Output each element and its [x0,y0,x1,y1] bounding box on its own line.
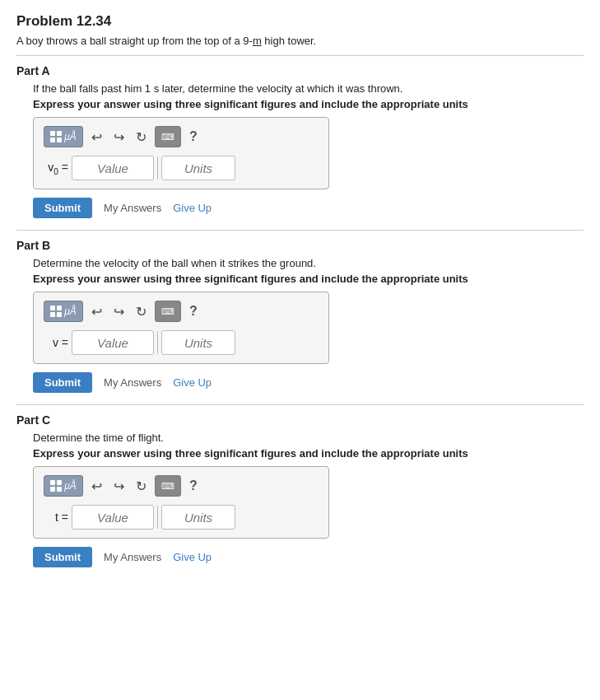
part-c-give-up[interactable]: Give Up [173,551,212,563]
part-b-section: Part B Determine the velocity of the bal… [16,239,584,393]
part-c-var-label: t = [44,511,68,524]
part-b-var-label: v = [44,336,68,349]
part-a-input-divider [157,156,158,180]
part-c-toolbar: μÅ ↩ ↪ ↻ ⌨ ? [44,475,319,497]
part-b-action-row: Submit My Answers Give Up [33,372,584,393]
part-a-section: Part A If the ball falls past him 1 s la… [16,64,584,218]
part-c-instruction: Express your answer using three signific… [33,447,584,460]
part-c-action-row: Submit My Answers Give Up [33,547,584,567]
part-a-input-row: v0 = [44,156,319,180]
part-a-question: If the ball falls past him 1 s later, de… [33,82,584,95]
part-b-submit-button[interactable]: Submit [33,372,92,393]
part-b-my-answers[interactable]: My Answers [104,376,161,389]
part-a-redo-button[interactable]: ↪ [110,127,128,147]
part-b-mu-label: μÅ [64,306,77,317]
part-c-my-answers[interactable]: My Answers [104,551,161,563]
part-a-action-row: Submit My Answers Give Up [33,198,584,218]
part-c-grid-button[interactable]: μÅ [44,475,83,497]
part-c-undo-button[interactable]: ↩ [88,476,105,497]
part-c-answer-box: μÅ ↩ ↪ ↻ ⌨ ? t = [33,466,329,539]
part-c-submit-button[interactable]: Submit [33,547,92,567]
part-a-answer-box: μÅ ↩ ↪ ↻ ⌨ ? v0 = [33,117,329,189]
part-a-value-input[interactable] [72,156,154,180]
section-divider-ab [16,230,584,231]
part-a-instruction: Express your answer using three signific… [33,98,584,110]
part-a-mu-label: μÅ [64,131,77,142]
part-b-label: Part B [16,239,584,252]
part-a-keyboard-button[interactable]: ⌨ [155,126,181,147]
part-b-undo-button[interactable]: ↩ [88,301,105,322]
part-b-instruction: Express your answer using three signific… [33,273,584,285]
part-b-input-divider [157,331,158,354]
problem-title: Problem 12.34 [16,13,584,30]
part-b-help-button[interactable]: ? [186,301,201,321]
part-c-help-button[interactable]: ? [186,476,201,496]
part-a-toolbar: μÅ ↩ ↪ ↻ ⌨ ? [44,126,319,147]
part-b-units-input[interactable] [161,330,235,355]
part-b-redo-button[interactable]: ↪ [110,301,128,322]
part-b-input-row: v = [44,330,319,355]
part-b-toolbar: μÅ ↩ ↪ ↻ ⌨ ? [44,301,319,322]
part-a-help-button[interactable]: ? [186,127,201,147]
part-a-var-label: v0 = [44,161,68,176]
part-b-value-input[interactable] [72,330,154,355]
problem-description: A boy throws a ball straight up from the… [16,35,584,47]
part-b-refresh-button[interactable]: ↻ [133,301,150,322]
part-c-label: Part C [16,413,584,427]
part-b-grid-button[interactable]: μÅ [44,301,83,322]
part-c-section: Part C Determine the time of flight. Exp… [16,413,584,567]
part-a-my-answers[interactable]: My Answers [104,202,161,214]
part-c-redo-button[interactable]: ↪ [110,476,128,497]
section-divider-top [16,55,584,56]
part-c-question: Determine the time of flight. [33,432,584,444]
part-a-label: Part A [16,64,584,77]
part-a-undo-button[interactable]: ↩ [88,127,105,147]
part-c-units-input[interactable] [161,505,235,530]
part-c-keyboard-button[interactable]: ⌨ [155,475,181,497]
part-c-refresh-button[interactable]: ↻ [133,476,150,497]
section-divider-bc [16,404,584,405]
part-c-mu-label: μÅ [64,480,77,492]
part-a-submit-button[interactable]: Submit [33,198,92,218]
part-a-give-up[interactable]: Give Up [173,202,212,214]
part-c-value-input[interactable] [72,505,154,530]
part-b-answer-box: μÅ ↩ ↪ ↻ ⌨ ? v = [33,292,329,364]
part-a-units-input[interactable] [161,156,235,180]
part-c-input-row: t = [44,505,319,530]
part-a-grid-button[interactable]: μÅ [44,126,83,147]
part-b-keyboard-button[interactable]: ⌨ [155,301,181,322]
part-a-refresh-button[interactable]: ↻ [133,127,150,147]
part-b-give-up[interactable]: Give Up [173,376,212,389]
part-b-question: Determine the velocity of the ball when … [33,257,584,269]
part-c-input-divider [157,506,158,529]
